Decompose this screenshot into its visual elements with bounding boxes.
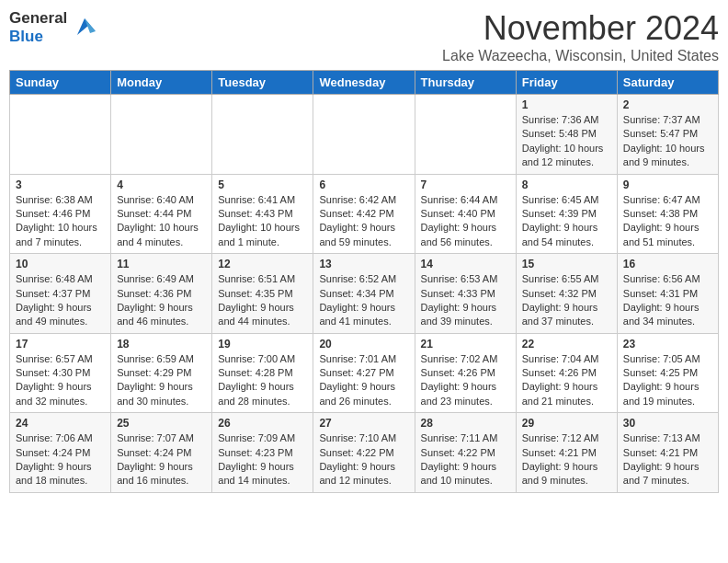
- calendar-cell: 21Sunrise: 7:02 AM Sunset: 4:26 PM Dayli…: [415, 333, 516, 413]
- day-info: Sunrise: 6:40 AM Sunset: 4:44 PM Dayligh…: [117, 193, 206, 250]
- calendar-week-row: 3Sunrise: 6:38 AM Sunset: 4:46 PM Daylig…: [10, 174, 719, 254]
- calendar-cell: 5Sunrise: 6:41 AM Sunset: 4:43 PM Daylig…: [212, 174, 313, 254]
- day-number: 18: [117, 338, 206, 350]
- calendar-cell: 18Sunrise: 6:59 AM Sunset: 4:29 PM Dayli…: [111, 333, 212, 413]
- day-number: 3: [16, 178, 105, 191]
- calendar-cell: 8Sunrise: 6:45 AM Sunset: 4:39 PM Daylig…: [516, 174, 617, 254]
- day-number: 9: [623, 178, 712, 191]
- day-number: 21: [421, 338, 510, 350]
- month-title: November 2024: [442, 9, 719, 48]
- calendar-cell: 30Sunrise: 7:13 AM Sunset: 4:21 PM Dayli…: [617, 413, 718, 493]
- day-number: 20: [319, 338, 408, 350]
- calendar-cell: 10Sunrise: 6:48 AM Sunset: 4:37 PM Dayli…: [10, 254, 111, 334]
- day-header-thursday: Thursday: [415, 71, 516, 95]
- calendar-cell: 13Sunrise: 6:52 AM Sunset: 4:34 PM Dayli…: [313, 254, 415, 334]
- day-info: Sunrise: 7:12 AM Sunset: 4:21 PM Dayligh…: [522, 431, 611, 488]
- day-info: Sunrise: 7:11 AM Sunset: 4:22 PM Dayligh…: [421, 431, 510, 488]
- calendar-cell: 17Sunrise: 6:57 AM Sunset: 4:30 PM Dayli…: [10, 333, 111, 413]
- day-number: 28: [421, 417, 510, 430]
- day-info: Sunrise: 7:10 AM Sunset: 4:22 PM Dayligh…: [319, 431, 408, 488]
- day-info: Sunrise: 6:53 AM Sunset: 4:33 PM Dayligh…: [421, 272, 510, 329]
- day-number: 17: [16, 338, 105, 350]
- calendar-cell: 26Sunrise: 7:09 AM Sunset: 4:23 PM Dayli…: [212, 413, 313, 493]
- day-number: 29: [522, 417, 611, 430]
- logo-icon: [70, 13, 99, 42]
- calendar-cell: 24Sunrise: 7:06 AM Sunset: 4:24 PM Dayli…: [10, 413, 111, 493]
- day-info: Sunrise: 6:55 AM Sunset: 4:32 PM Dayligh…: [522, 272, 611, 329]
- calendar-cell: 1Sunrise: 7:36 AM Sunset: 5:48 PM Daylig…: [516, 95, 617, 175]
- day-info: Sunrise: 7:07 AM Sunset: 4:24 PM Dayligh…: [117, 431, 206, 488]
- day-info: Sunrise: 7:00 AM Sunset: 4:28 PM Dayligh…: [218, 352, 307, 409]
- calendar-cell: 19Sunrise: 7:00 AM Sunset: 4:28 PM Dayli…: [212, 333, 313, 413]
- calendar-cell: 7Sunrise: 6:44 AM Sunset: 4:40 PM Daylig…: [415, 174, 516, 254]
- calendar-cell: 11Sunrise: 6:49 AM Sunset: 4:36 PM Dayli…: [111, 254, 212, 334]
- day-header-monday: Monday: [111, 71, 212, 95]
- day-info: Sunrise: 6:48 AM Sunset: 4:37 PM Dayligh…: [16, 272, 105, 329]
- calendar-cell: 25Sunrise: 7:07 AM Sunset: 4:24 PM Dayli…: [111, 413, 212, 493]
- day-info: Sunrise: 7:05 AM Sunset: 4:25 PM Dayligh…: [623, 352, 712, 409]
- day-number: 25: [117, 417, 206, 430]
- calendar-cell: 29Sunrise: 7:12 AM Sunset: 4:21 PM Dayli…: [516, 413, 617, 493]
- day-info: Sunrise: 6:56 AM Sunset: 4:31 PM Dayligh…: [623, 272, 712, 329]
- calendar-cell: 4Sunrise: 6:40 AM Sunset: 4:44 PM Daylig…: [111, 174, 212, 254]
- day-info: Sunrise: 6:42 AM Sunset: 4:42 PM Dayligh…: [319, 193, 408, 250]
- calendar-cell: 12Sunrise: 6:51 AM Sunset: 4:35 PM Dayli…: [212, 254, 313, 334]
- calendar-cell: 6Sunrise: 6:42 AM Sunset: 4:42 PM Daylig…: [313, 174, 415, 254]
- day-header-wednesday: Wednesday: [313, 71, 415, 95]
- day-number: 14: [421, 258, 510, 270]
- location-subtitle: Lake Wazeecha, Wisconsin, United States: [442, 48, 719, 64]
- day-header-tuesday: Tuesday: [212, 71, 313, 95]
- day-info: Sunrise: 6:51 AM Sunset: 4:35 PM Dayligh…: [218, 272, 307, 329]
- calendar-week-row: 24Sunrise: 7:06 AM Sunset: 4:24 PM Dayli…: [10, 413, 719, 493]
- day-info: Sunrise: 6:49 AM Sunset: 4:36 PM Dayligh…: [117, 272, 206, 329]
- day-info: Sunrise: 6:52 AM Sunset: 4:34 PM Dayligh…: [319, 272, 408, 329]
- calendar-table: SundayMondayTuesdayWednesdayThursdayFrid…: [9, 70, 719, 493]
- day-info: Sunrise: 6:45 AM Sunset: 4:39 PM Dayligh…: [522, 193, 611, 250]
- calendar-cell: [111, 95, 212, 175]
- calendar-header-row: SundayMondayTuesdayWednesdayThursdayFrid…: [10, 71, 719, 95]
- logo-general: General: [9, 9, 67, 27]
- day-info: Sunrise: 7:04 AM Sunset: 4:26 PM Dayligh…: [522, 352, 611, 409]
- title-section: November 2024 Lake Wazeecha, Wisconsin, …: [442, 9, 719, 64]
- day-number: 12: [218, 258, 307, 270]
- day-info: Sunrise: 6:44 AM Sunset: 4:40 PM Dayligh…: [421, 193, 510, 250]
- calendar-week-row: 10Sunrise: 6:48 AM Sunset: 4:37 PM Dayli…: [10, 254, 719, 334]
- day-info: Sunrise: 7:36 AM Sunset: 5:48 PM Dayligh…: [522, 113, 611, 170]
- day-number: 30: [623, 417, 712, 430]
- day-info: Sunrise: 6:59 AM Sunset: 4:29 PM Dayligh…: [117, 352, 206, 409]
- calendar-cell: [212, 95, 313, 175]
- day-number: 27: [319, 417, 408, 430]
- calendar-week-row: 17Sunrise: 6:57 AM Sunset: 4:30 PM Dayli…: [10, 333, 719, 413]
- day-number: 4: [117, 178, 206, 191]
- calendar-week-row: 1Sunrise: 7:36 AM Sunset: 5:48 PM Daylig…: [10, 95, 719, 175]
- day-info: Sunrise: 7:02 AM Sunset: 4:26 PM Dayligh…: [421, 352, 510, 409]
- calendar-cell: 22Sunrise: 7:04 AM Sunset: 4:26 PM Dayli…: [516, 333, 617, 413]
- day-number: 15: [522, 258, 611, 270]
- day-number: 7: [421, 178, 510, 191]
- calendar-cell: 20Sunrise: 7:01 AM Sunset: 4:27 PM Dayli…: [313, 333, 415, 413]
- day-number: 10: [16, 258, 105, 270]
- day-info: Sunrise: 7:37 AM Sunset: 5:47 PM Dayligh…: [623, 113, 712, 170]
- day-number: 23: [623, 338, 712, 350]
- day-header-sunday: Sunday: [10, 71, 111, 95]
- calendar-cell: 23Sunrise: 7:05 AM Sunset: 4:25 PM Dayli…: [617, 333, 718, 413]
- day-info: Sunrise: 7:01 AM Sunset: 4:27 PM Dayligh…: [319, 352, 408, 409]
- calendar-cell: 15Sunrise: 6:55 AM Sunset: 4:32 PM Dayli…: [516, 254, 617, 334]
- day-number: 13: [319, 258, 408, 270]
- day-number: 24: [16, 417, 105, 430]
- calendar-cell: 28Sunrise: 7:11 AM Sunset: 4:22 PM Dayli…: [415, 413, 516, 493]
- day-number: 1: [522, 98, 611, 111]
- calendar-cell: 27Sunrise: 7:10 AM Sunset: 4:22 PM Dayli…: [313, 413, 415, 493]
- day-info: Sunrise: 7:06 AM Sunset: 4:24 PM Dayligh…: [16, 431, 105, 488]
- day-info: Sunrise: 7:09 AM Sunset: 4:23 PM Dayligh…: [218, 431, 307, 488]
- logo-blue: Blue: [9, 28, 43, 45]
- day-header-friday: Friday: [516, 71, 617, 95]
- day-number: 16: [623, 258, 712, 270]
- calendar-cell: [415, 95, 516, 175]
- day-header-saturday: Saturday: [617, 71, 718, 95]
- day-number: 8: [522, 178, 611, 191]
- day-number: 2: [623, 98, 712, 111]
- page-header: General Blue November 2024 Lake Wazeecha…: [9, 9, 719, 64]
- day-number: 6: [319, 178, 408, 191]
- day-info: Sunrise: 6:41 AM Sunset: 4:43 PM Dayligh…: [218, 193, 307, 250]
